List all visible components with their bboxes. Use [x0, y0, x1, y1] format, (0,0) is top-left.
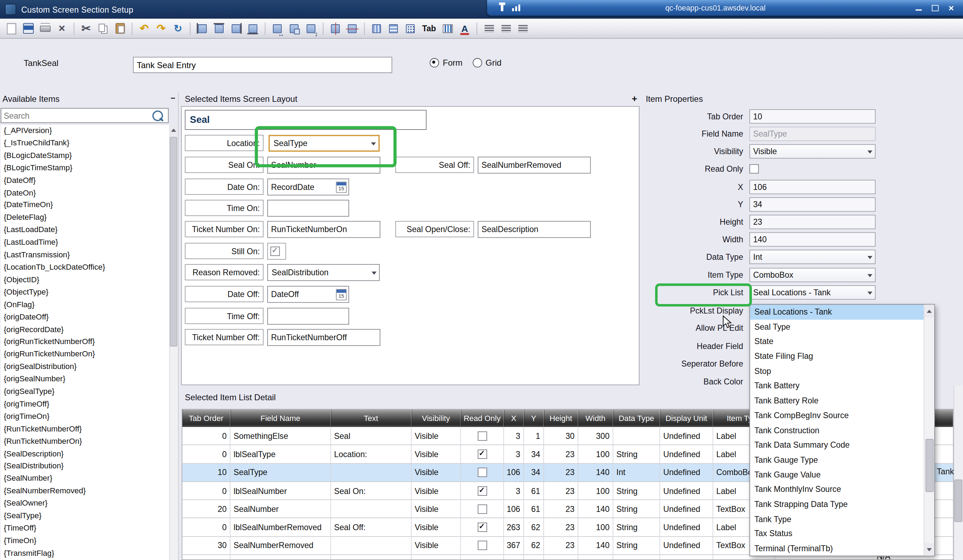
list-item[interactable]: {DateOn} [1, 187, 169, 199]
list-item[interactable]: {origDateOff} [1, 311, 169, 324]
read-only-cell-checkbox[interactable] [477, 431, 487, 440]
collapse-panel-button[interactable]: – [169, 93, 177, 103]
dropdown-option[interactable]: Tank MonthlyInv Source [750, 482, 924, 497]
layout-textbox-sealnumber[interactable]: SealNumber [267, 157, 380, 173]
justify-center-icon[interactable] [498, 21, 514, 36]
read-only-checkbox[interactable] [749, 164, 759, 174]
dropdown-option[interactable]: Tank Data Summary Code [750, 438, 924, 453]
chevron-down-icon[interactable] [867, 291, 872, 295]
list-item[interactable]: {SealNumberRemoved} [1, 485, 169, 497]
column-header[interactable]: X [504, 409, 524, 427]
list-item[interactable]: {DateOff} [1, 175, 169, 187]
chevron-down-icon[interactable] [867, 256, 872, 259]
copy-icon[interactable] [96, 21, 110, 36]
dropdown-scrollbar[interactable] [924, 305, 934, 556]
align-right-icon[interactable] [229, 21, 244, 36]
list-item[interactable]: {RunTicketNumberOff} [1, 423, 169, 435]
dropdown-option[interactable]: State Filing Flag [750, 349, 924, 364]
layout-label-seal-open-close[interactable]: Seal Open/Close: [396, 221, 474, 237]
add-item-button[interactable]: + [629, 93, 639, 103]
list-item[interactable]: {DateTimeOn} [1, 199, 169, 212]
layout-label-seal-off[interactable]: Seal Off: [396, 157, 474, 173]
list-item[interactable]: {origTimeOff} [1, 398, 169, 410]
same-height-icon[interactable] [303, 21, 319, 36]
list-item[interactable]: {TransmitFlag} [1, 547, 169, 560]
layout-combo-sealdistribution[interactable]: SealDistribution [267, 264, 379, 281]
column-header[interactable]: Field Name [230, 409, 331, 427]
read-only-cell-checkbox[interactable] [477, 504, 487, 514]
paste-icon[interactable] [112, 21, 128, 36]
layout-textbox-time-off[interactable] [267, 308, 349, 325]
column-header[interactable]: Visibility [412, 409, 461, 427]
list-item[interactable]: {RunTicketNumberOn} [1, 436, 169, 448]
chevron-down-icon[interactable] [867, 274, 872, 277]
list-item[interactable]: {DeleteFlag} [1, 212, 169, 224]
dropdown-option[interactable]: Tank Construction [750, 423, 924, 438]
justify-left-icon[interactable] [481, 21, 497, 36]
list-item[interactable]: {origSealNumber} [1, 374, 169, 386]
layout-combo-sealtype[interactable]: SealType [269, 135, 380, 152]
visibility-select[interactable]: Visible [749, 144, 875, 159]
grid-radio[interactable] [472, 58, 482, 67]
layout-checkbox-still-on[interactable] [267, 243, 286, 260]
dropdown-scrollbar-thumb[interactable] [926, 439, 934, 492]
list-item[interactable]: {ObjectID} [1, 274, 169, 286]
separator[interactable] [265, 22, 266, 35]
layout-label-time-off[interactable]: Time Off: [185, 308, 263, 324]
layout-textbox-time-on[interactable] [267, 200, 349, 217]
read-only-cell-checkbox[interactable] [477, 449, 487, 459]
dropdown-option[interactable]: Tank Type [750, 511, 924, 526]
list-item[interactable]: {_APIVersion} [1, 125, 169, 137]
minimize-button[interactable] [911, 0, 927, 15]
space-across-icon[interactable] [369, 21, 384, 36]
redo-icon[interactable]: ↷ [154, 21, 169, 36]
column-header[interactable]: Tab Order [182, 409, 230, 427]
window-vertical-scrollbar[interactable] [953, 386, 963, 560]
separator[interactable] [190, 22, 191, 35]
layout-textbox-sealdescription[interactable]: SealDescription [478, 221, 591, 238]
scrollbar-thumb[interactable] [170, 137, 177, 346]
height-input[interactable]: 23 [749, 215, 875, 229]
print-icon[interactable] [37, 21, 53, 36]
list-item[interactable]: {ObjectType} [1, 286, 169, 299]
read-only-cell-checkbox[interactable] [477, 523, 487, 532]
read-only-cell-checkbox[interactable] [477, 486, 487, 495]
same-width-icon[interactable] [270, 21, 285, 36]
dropdown-option[interactable]: Tank Battery [750, 379, 924, 393]
layout-label-date-off[interactable]: Date Off: [185, 286, 263, 302]
layout-label-still-on[interactable]: Still On: [185, 243, 263, 259]
dropdown-option[interactable]: Seal Type [750, 319, 924, 334]
layout-date-recorddate[interactable]: RecordDate 15 [267, 179, 349, 196]
layout-label-ticket-number-off[interactable]: Ticket Number Off: [185, 329, 263, 345]
refresh-icon[interactable]: ↻ [170, 21, 185, 36]
dropdown-option[interactable]: Stop [750, 364, 924, 379]
column-header[interactable]: Text [331, 409, 411, 427]
pick-list-select[interactable]: Seal Locations - Tank [749, 285, 875, 300]
layout-textbox-sealnumberremoved[interactable]: SealNumberRemoved [478, 157, 591, 173]
calendar-icon[interactable]: 15 [336, 181, 347, 193]
dropdown-option[interactable]: Tank Battery Role [750, 393, 924, 408]
list-item[interactable]: {LastLoadDate} [1, 224, 169, 236]
column-header[interactable]: Data Type [613, 409, 660, 427]
center-horizontal-icon[interactable] [328, 21, 343, 36]
item-type-select[interactable]: ComboBox [749, 268, 875, 282]
list-item[interactable]: {SealNumber} [1, 473, 169, 485]
separator[interactable] [364, 22, 365, 35]
list-item[interactable]: {origSealDistribution} [1, 361, 169, 373]
cut-icon[interactable]: ✂ [79, 21, 94, 36]
list-item[interactable]: {OnFlag} [1, 299, 169, 311]
x-input[interactable]: 106 [749, 180, 875, 194]
column-header[interactable]: Height [544, 409, 579, 427]
chevron-down-icon[interactable] [371, 142, 376, 146]
separator[interactable] [323, 22, 323, 35]
separator[interactable] [477, 22, 477, 35]
window-scrollbar-thumb[interactable] [954, 480, 962, 522]
close-button[interactable]: × [943, 0, 959, 15]
scrollbar-up-arrow[interactable] [169, 125, 178, 136]
space-down-icon[interactable] [386, 21, 401, 36]
align-left-icon[interactable] [195, 21, 210, 36]
dropdown-option[interactable]: Seal Locations - Tank [750, 305, 924, 319]
separator[interactable] [132, 22, 132, 35]
y-input[interactable]: 34 [749, 197, 875, 212]
list-item[interactable]: {LastLoadTime} [1, 236, 169, 249]
